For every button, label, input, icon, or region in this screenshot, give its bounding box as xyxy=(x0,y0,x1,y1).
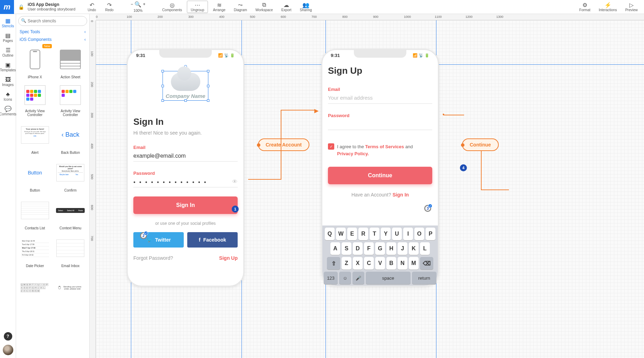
annotation-badge-1[interactable]: 1 xyxy=(232,206,239,213)
key[interactable]: H xyxy=(386,242,396,255)
email-field[interactable]: example@email.com xyxy=(133,153,238,162)
annotation-badge-2[interactable]: 2✓ xyxy=(140,232,147,239)
stencil-activity-view-2[interactable]: Activity View Controller xyxy=(53,81,88,118)
category-spec-tools[interactable]: Spec Tools‹ xyxy=(16,28,89,36)
key[interactable]: Q xyxy=(325,228,335,240)
zoom-in-icon[interactable]: + xyxy=(143,2,145,7)
tos-link[interactable]: Terms of Services xyxy=(365,144,404,149)
key[interactable]: N xyxy=(398,257,407,270)
key[interactable]: M xyxy=(409,257,419,270)
interaction-label-continue[interactable]: Continue xyxy=(462,138,499,151)
key[interactable]: S xyxy=(342,242,351,255)
eye-icon[interactable]: 👁 xyxy=(232,179,238,185)
stencil-back-button[interactable]: ‹ BackBack Button xyxy=(53,119,88,156)
key[interactable]: O xyxy=(414,228,424,240)
preview-button[interactable]: ▷Preview xyxy=(622,1,641,13)
selected-element[interactable]: Company Name xyxy=(162,71,208,101)
forgot-password-link[interactable]: Forgot Password? xyxy=(133,255,173,261)
key[interactable]: W xyxy=(336,228,346,240)
password-field[interactable]: ● ● ● ● ● ● ● ● ● ● ● ● ●👁 xyxy=(133,179,238,187)
rail-pages[interactable]: ▤Pages xyxy=(0,30,16,45)
facebook-button[interactable]: fFacebook xyxy=(187,232,238,248)
key[interactable]: L xyxy=(420,242,430,255)
resize-handle[interactable] xyxy=(207,85,210,87)
signin-link[interactable]: Sign In xyxy=(392,192,409,198)
key[interactable]: T xyxy=(370,228,379,240)
resize-handle[interactable] xyxy=(207,99,210,102)
resize-handle[interactable] xyxy=(161,70,164,72)
key[interactable]: K xyxy=(409,242,419,255)
rail-images[interactable]: 🖼Images xyxy=(0,74,16,89)
rail-templates[interactable]: ▣Templates xyxy=(0,59,16,74)
rail-stencils[interactable]: ▦Stencils xyxy=(0,15,16,30)
return-key[interactable]: return xyxy=(412,272,436,284)
key[interactable]: V xyxy=(375,257,385,270)
key[interactable]: P xyxy=(426,228,435,240)
stencil-action-sheet[interactable]: Action Sheet xyxy=(53,43,88,80)
stencil-iphone-x[interactable]: NewiPhone X xyxy=(18,43,52,80)
key[interactable]: C xyxy=(364,257,374,270)
key[interactable]: A xyxy=(330,242,340,255)
annotation-badge-3[interactable]: 3✓ xyxy=(424,205,431,212)
app-logo[interactable]: m xyxy=(0,0,14,14)
sharing-button[interactable]: 👥Sharing xyxy=(296,1,315,13)
keyboard[interactable]: QWERTYUIOP ASDFGHJKL ⇧ ZXCVBNM ⌫ 123 ☺ 🎤 xyxy=(322,225,438,286)
artboard-signup[interactable]: 9:31 📶 📡 🔋 Sign Up Email Your email addr… xyxy=(321,49,439,287)
shift-key[interactable]: ⇧ xyxy=(327,257,340,270)
email-field[interactable]: Your email address xyxy=(328,95,432,104)
connector-dot[interactable] xyxy=(461,143,464,147)
key[interactable]: X xyxy=(353,257,363,270)
resize-handle[interactable] xyxy=(161,99,164,102)
workspace-button[interactable]: ⧉Workspace xyxy=(252,1,276,13)
key[interactable]: E xyxy=(347,228,357,240)
artboard-signin[interactable]: 9:31 📶 📡 🔋 Company Name Sign In Hi th xyxy=(127,49,244,287)
connector-dot[interactable] xyxy=(257,143,260,147)
key[interactable]: G xyxy=(375,242,385,255)
key[interactable]: B xyxy=(386,257,396,270)
numbers-key[interactable]: 123 xyxy=(324,272,338,284)
annotation-badge-4[interactable]: 4 xyxy=(460,164,467,171)
stencil-button[interactable]: ButtonButton xyxy=(18,157,52,194)
rail-icons[interactable]: ♣Icons xyxy=(0,89,16,103)
document-title[interactable]: iOS App Design User onboarding storyboar… xyxy=(28,2,75,11)
search-input[interactable] xyxy=(18,16,87,26)
stencil-spinner[interactable]: Sending your pizza order, please wait xyxy=(53,270,88,307)
zoom-control[interactable]: −🔍+ 100% xyxy=(127,0,149,13)
agree-checkbox-row[interactable]: ✓ I agree to the Terms of Services and P… xyxy=(328,143,432,157)
privacy-link[interactable]: Privacy Policy. xyxy=(337,151,369,156)
key[interactable]: U xyxy=(392,228,402,240)
delete-key[interactable]: ⌫ xyxy=(420,257,433,270)
emoji-key[interactable]: ☺ xyxy=(339,272,351,284)
key[interactable]: J xyxy=(398,242,407,255)
stencil-confirm[interactable]: Would you like to eat some pizza?Everybo… xyxy=(53,157,88,194)
stencil-alert[interactable]: Your pizza is here!Thank you for your or… xyxy=(18,119,52,156)
rail-outline[interactable]: ☰Outline xyxy=(0,45,16,59)
diagram-button[interactable]: ⤳Diagram xyxy=(230,1,251,13)
signin-button[interactable]: Sign In xyxy=(133,196,238,214)
key[interactable]: I xyxy=(403,228,413,240)
export-button[interactable]: ☁Export xyxy=(278,1,295,13)
ungroup-button[interactable]: ⋯Ungroup xyxy=(187,1,208,13)
key[interactable]: Y xyxy=(381,228,391,240)
stencil-email-inbox[interactable]: Email Inbox xyxy=(53,232,88,269)
stencil-date-picker[interactable]: Mon 5 Apr 16 44Tue 6 Apr 17 59Wed 7 Apr … xyxy=(18,232,52,269)
checkbox-checked-icon[interactable]: ✓ xyxy=(328,143,334,150)
password-field[interactable] xyxy=(328,121,432,130)
rail-comments[interactable]: 💬Comments xyxy=(0,103,16,118)
key[interactable]: F xyxy=(364,242,374,255)
stencil-context-menu[interactable]: SelectSelect AllPasteContext Menu xyxy=(53,194,88,231)
category-ios-components[interactable]: iOS Components‹ xyxy=(16,36,89,43)
undo-button[interactable]: ↶Undo xyxy=(84,1,100,13)
format-button[interactable]: ⚙Format xyxy=(576,1,594,13)
arrange-button[interactable]: ≋Arrange xyxy=(209,1,229,13)
stencil-contacts-list[interactable]: Contacts List xyxy=(18,194,52,231)
resize-handle[interactable] xyxy=(207,70,210,72)
continue-button[interactable]: Continue xyxy=(328,167,432,184)
stencil-activity-view[interactable]: Activity View Controller xyxy=(18,81,52,118)
canvas-area[interactable]: 0 100 200 300 400 500 600 700 800 900 10… xyxy=(90,14,644,358)
key[interactable]: R xyxy=(358,228,368,240)
resize-handle[interactable] xyxy=(161,85,164,87)
user-avatar[interactable] xyxy=(3,345,13,355)
interaction-label-create-account[interactable]: Create Account xyxy=(258,138,309,151)
canvas[interactable]: 9:31 📶 📡 🔋 Company Name Sign In Hi th xyxy=(96,20,644,358)
